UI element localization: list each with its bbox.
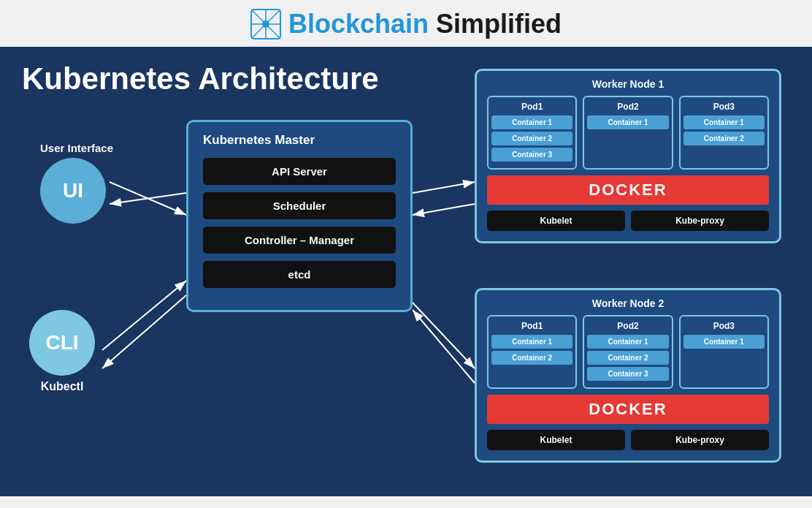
main-diagram: Kubernetes Architecture User Interface U… [0, 47, 812, 496]
worker1-pod3-label: Pod3 [683, 102, 765, 112]
svg-line-9 [102, 281, 186, 350]
scheduler-item: Scheduler [203, 192, 396, 219]
worker1-pod2-label: Pod2 [587, 102, 668, 112]
worker2-docker: DOCKER [487, 395, 769, 424]
worker-node-1-title: Worker Node 1 [487, 78, 769, 90]
worker2-pod3-label: Pod3 [683, 321, 765, 331]
w2p2c1: Container 1 [587, 335, 668, 349]
worker2-pod2-label: Pod2 [587, 321, 668, 331]
worker2-kube-row: Kubelet Kube-proxy [487, 430, 769, 450]
worker-node-2-title: Worker Node 2 [487, 297, 769, 309]
w1p1c1: Container 1 [491, 115, 572, 129]
worker2-kubelet: Kubelet [487, 430, 625, 450]
w2p3c1: Container 1 [683, 335, 765, 349]
worker2-kube-proxy: Kube-proxy [631, 430, 769, 450]
cli-label: Kubectl [29, 380, 95, 393]
w2p2c2: Container 2 [587, 351, 668, 365]
worker1-kube-row: Kubelet Kube-proxy [487, 211, 769, 231]
w2p2c3: Container 3 [587, 367, 668, 381]
w1p1c2: Container 2 [491, 132, 572, 145]
etcd-item: etcd [203, 261, 396, 288]
worker2-pod3: Pod3 Container 1 [679, 315, 769, 389]
svg-line-11 [413, 182, 475, 193]
worker2-pod1: Pod1 Container 1 Container 2 [487, 315, 577, 389]
cli-section: CLI Kubectl [29, 310, 95, 393]
svg-line-8 [110, 193, 186, 204]
worker-node-2-box: Worker Node 2 Pod1 Container 1 Container… [475, 288, 781, 463]
ui-label: User Interface [40, 142, 113, 154]
svg-line-12 [413, 204, 475, 215]
brand-name-blue: Blockchain [288, 9, 429, 39]
w2p1c1: Container 1 [491, 335, 572, 349]
worker1-kubelet: Kubelet [487, 211, 625, 231]
controller-manager-item: Controller – Manager [203, 227, 396, 254]
w2p1c2: Container 2 [491, 351, 572, 365]
worker2-pod1-label: Pod1 [491, 321, 572, 331]
svg-line-7 [110, 182, 186, 215]
w1p1c3: Container 3 [491, 148, 572, 162]
svg-line-14 [413, 310, 475, 383]
svg-line-13 [413, 303, 475, 368]
ui-circle: UI [40, 158, 106, 224]
worker1-pods-row: Pod1 Container 1 Container 2 Container 3… [487, 96, 769, 170]
page-title: Kubernetes Architecture [22, 61, 379, 96]
worker1-pod1-label: Pod1 [491, 102, 572, 112]
worker1-kube-proxy: Kube-proxy [631, 211, 769, 231]
worker2-pods-row: Pod1 Container 1 Container 2 Pod2 Contai… [487, 315, 769, 389]
ui-section: User Interface UI [40, 142, 113, 224]
cli-circle: CLI [29, 310, 95, 376]
header: Blockchain Simplified [0, 0, 812, 47]
svg-line-10 [102, 295, 186, 368]
worker1-pod1: Pod1 Container 1 Container 2 Container 3 [487, 96, 577, 170]
kubernetes-master-box: Kubernetes Master API Server Scheduler C… [186, 120, 413, 312]
master-title: Kubernetes Master [203, 133, 396, 148]
worker1-pod2: Pod2 Container 1 [583, 96, 673, 170]
worker2-pod2: Pod2 Container 1 Container 2 Container 3 [583, 315, 673, 389]
worker-node-1-box: Worker Node 1 Pod1 Container 1 Container… [475, 69, 781, 243]
brand-name-dark: Simplified [436, 9, 562, 39]
worker1-docker: DOCKER [487, 175, 769, 205]
w1p3c1: Container 1 [683, 115, 765, 129]
worker1-pod3: Pod3 Container 1 Container 2 [679, 96, 769, 170]
api-server-item: API Server [203, 158, 396, 185]
w1p3c2: Container 2 [683, 132, 765, 145]
w1p2c1: Container 1 [587, 115, 668, 129]
blockchain-logo-icon [250, 9, 281, 39]
svg-point-5 [262, 20, 269, 28]
